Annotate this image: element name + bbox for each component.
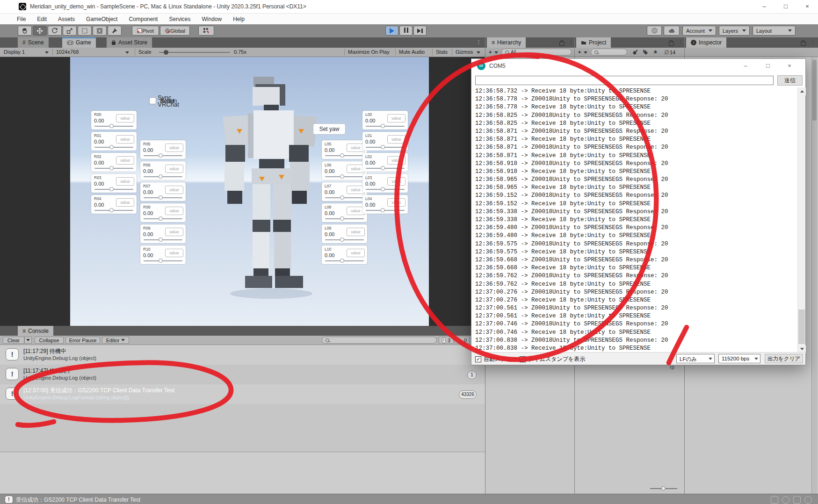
move-tool-button[interactable] (33, 26, 47, 36)
clear-dropdown[interactable] (24, 337, 32, 344)
joint-value-input[interactable]: value (165, 207, 183, 215)
joint-slider-track[interactable] (366, 126, 405, 127)
joint-slider-thumb[interactable] (159, 238, 163, 242)
joint-slider-thumb[interactable] (381, 145, 385, 149)
step-button[interactable] (413, 26, 427, 36)
clear-output-button[interactable]: 出力をクリア (765, 354, 803, 363)
checkbox-check-icon[interactable]: ✓ (520, 356, 526, 362)
maximize-button[interactable]: □ (759, 59, 777, 73)
joint-slider-track[interactable] (94, 168, 133, 169)
joint-value-input[interactable]: value (116, 156, 134, 165)
serial-send-button[interactable]: 送信 (777, 75, 803, 86)
tab-scene[interactable]: # Scene (18, 37, 49, 48)
joint-slider-track[interactable] (366, 189, 405, 190)
checkbox-icon[interactable] (149, 97, 156, 104)
minimize-button[interactable]: – (736, 59, 755, 73)
display-dropdown[interactable]: Display 1 (4, 49, 25, 55)
menu-item[interactable]: Services (169, 16, 190, 22)
joint-slider-track[interactable] (366, 168, 405, 169)
lock-icon[interactable] (559, 42, 565, 46)
layout-dropdown[interactable]: Layout (753, 26, 796, 36)
menu-item[interactable]: Window (202, 16, 222, 22)
joint-slider-track[interactable] (144, 155, 182, 156)
serial-scrollbar[interactable] (797, 87, 805, 353)
account-dropdown[interactable]: Account (682, 26, 716, 36)
joint-slider-thumb[interactable] (159, 195, 163, 200)
create-button[interactable]: + (578, 49, 581, 55)
collapse-toggle[interactable]: Collapse (35, 337, 64, 344)
hidden-count-icon[interactable]: ∅ (664, 49, 669, 56)
joint-value-input[interactable]: value (347, 249, 365, 257)
autoscroll-checkbox[interactable]: ✓ 自動スクロール (475, 355, 523, 363)
status-message[interactable]: 受信成功：GS2200 TCP Client Data Transfer Tes… (16, 496, 140, 504)
joint-slider-track[interactable] (325, 239, 364, 240)
menu-item[interactable]: Assets (58, 16, 75, 22)
joint-slider-track[interactable] (366, 210, 405, 211)
close-button[interactable]: × (780, 59, 799, 73)
inspector-scrollbar[interactable] (811, 57, 817, 494)
joint-slider-track[interactable] (94, 210, 133, 211)
status-activity-icon[interactable] (782, 496, 789, 504)
hand-tool-button[interactable] (18, 26, 32, 36)
joint-slider-thumb[interactable] (340, 238, 344, 242)
joint-slider-track[interactable] (325, 176, 364, 177)
joint-slider-track[interactable] (144, 260, 182, 261)
status-console-icon[interactable] (771, 496, 778, 504)
joint-value-input[interactable]: value (387, 198, 405, 207)
clear-button[interactable]: Clear (3, 337, 24, 344)
status-collab-icon[interactable] (793, 496, 801, 504)
pivot-toggle-button[interactable]: Pivot (132, 26, 159, 36)
line-ending-select[interactable]: LFのみ (676, 354, 715, 363)
joint-slider-thumb[interactable] (340, 216, 344, 221)
joint-value-input[interactable]: value (165, 165, 183, 173)
maximize-button[interactable]: □ (775, 0, 796, 13)
joint-value-input[interactable]: value (165, 186, 183, 194)
joint-slider-thumb[interactable] (159, 259, 163, 263)
joint-slider-thumb[interactable] (159, 153, 163, 158)
close-button[interactable]: × (796, 0, 818, 13)
joint-slider-track[interactable] (325, 155, 364, 156)
custom-tool-button[interactable] (108, 26, 122, 36)
console-log-entry[interactable]: ! [11:17:47] 接続完了 UnityEngine.Debug:Log … (0, 365, 485, 384)
checkbox-check-icon[interactable]: ✓ (475, 356, 481, 362)
grid-snap-button[interactable] (198, 26, 214, 36)
joint-slider-thumb[interactable] (109, 187, 114, 191)
joint-slider-thumb[interactable] (109, 166, 114, 170)
joint-slider-track[interactable] (94, 189, 133, 190)
console-log-entry[interactable]: ! [11:17:29] 待機中 UnityEngine.Debug:Log (… (0, 345, 485, 365)
joint-slider-track[interactable] (144, 176, 182, 177)
serial-title-bar[interactable]: ∞ COM5 – □ × (471, 59, 805, 73)
joint-slider-track[interactable] (366, 147, 405, 148)
tab-project[interactable]: Project (576, 37, 611, 48)
joint-slider-track[interactable] (94, 147, 133, 148)
scale-slider-thumb[interactable] (164, 50, 168, 55)
console-search-input[interactable] (322, 337, 437, 344)
joint-slider-track[interactable] (144, 197, 182, 198)
joint-slider-track[interactable] (144, 218, 182, 219)
package-manager-button[interactable] (647, 26, 662, 36)
joint-value-input[interactable]: value (387, 177, 405, 186)
resolution-dropdown[interactable]: 1024x768 (56, 49, 79, 55)
joint-slider-thumb[interactable] (340, 153, 344, 158)
hierarchy-menu-icon[interactable]: ⋮ (569, 39, 574, 45)
baud-rate-select[interactable]: 115200 bps (718, 354, 760, 363)
joint-slider-track[interactable] (94, 126, 133, 127)
scale-slider-track[interactable] (159, 52, 230, 53)
tab-inspector[interactable]: i Inspector (686, 37, 726, 48)
set-yaw-button[interactable]: Set yaw (313, 123, 346, 135)
joint-value-input[interactable]: value (116, 177, 134, 186)
rotate-tool-button[interactable] (48, 26, 62, 36)
console-log-entry[interactable]: ! [12:37:00] 受信成功：GS2200 TCP Client Data… (0, 384, 485, 404)
maximize-on-play-toggle[interactable]: Maximize On Play (348, 49, 390, 55)
error-pause-toggle[interactable]: Error Pause (65, 337, 100, 344)
serial-scrollbar-thumb[interactable] (798, 310, 805, 344)
project-zoom-slider-thumb[interactable] (661, 486, 666, 490)
joint-slider-thumb[interactable] (159, 216, 163, 221)
play-button[interactable] (385, 26, 398, 36)
timestamp-checkbox[interactable]: ✓ タイムスタンプを表示 (520, 355, 585, 363)
joint-slider-track[interactable] (325, 218, 364, 219)
joint-slider-thumb[interactable] (340, 259, 344, 263)
menu-item[interactable]: File (17, 16, 26, 22)
joint-slider-thumb[interactable] (109, 208, 114, 212)
editor-dropdown[interactable]: Editor (102, 337, 129, 344)
